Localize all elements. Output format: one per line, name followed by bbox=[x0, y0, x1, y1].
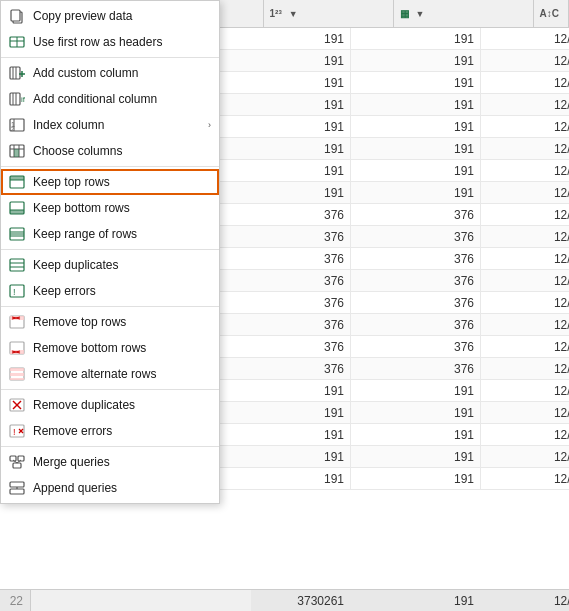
menu-item-remove-errors[interactable]: ! Remove errors bbox=[1, 418, 219, 444]
bottom-row-num: 22 bbox=[0, 590, 30, 611]
menu-item-merge-queries[interactable]: Merge queries bbox=[1, 449, 219, 475]
menu-label-use-first-row: Use first row as headers bbox=[33, 35, 211, 49]
cell-date-9: 12/30/2000 bbox=[481, 204, 569, 225]
cell-customer-4: 191 bbox=[351, 94, 481, 115]
cell-customer-20: 191 bbox=[351, 446, 481, 467]
cell-customer-21: 191 bbox=[351, 468, 481, 489]
cell-customer-1: 191 bbox=[351, 28, 481, 49]
cell-customer-6: 191 bbox=[351, 138, 481, 159]
separator-separator5 bbox=[1, 389, 219, 390]
bottom-cell-date: 12/30/2000 bbox=[481, 590, 569, 611]
cell-date-15: 12/30/2000 bbox=[481, 336, 569, 357]
cell-sale-16: 376 bbox=[251, 358, 351, 379]
col-header-invoice-date[interactable]: ▦ ▼ bbox=[394, 0, 534, 27]
menu-icon-keep-top bbox=[9, 174, 25, 190]
bottom-hidden-cell bbox=[30, 590, 31, 611]
cell-sale-21: 191 bbox=[251, 468, 351, 489]
cell-sale-14: 376 bbox=[251, 314, 351, 335]
cell-date-10: 12/30/2000 bbox=[481, 226, 569, 247]
cell-sale-17: 191 bbox=[251, 380, 351, 401]
svg-rect-47 bbox=[10, 378, 24, 380]
col-type-icon-desc: A↕C bbox=[540, 8, 559, 19]
cell-customer-9: 376 bbox=[351, 204, 481, 225]
cell-sale-6: 191 bbox=[251, 138, 351, 159]
svg-rect-61 bbox=[10, 489, 24, 494]
svg-text:!: ! bbox=[13, 427, 16, 437]
svg-text:!: ! bbox=[13, 287, 16, 297]
menu-item-index-column[interactable]: 12 Index column › bbox=[1, 112, 219, 138]
menu-label-keep-errors: Keep errors bbox=[33, 284, 211, 298]
cell-customer-19: 191 bbox=[351, 424, 481, 445]
menu-icon-remove-alt bbox=[9, 366, 25, 382]
menu-icon-col-add bbox=[9, 65, 25, 81]
menu-label-keep-range-rows: Keep range of rows bbox=[33, 227, 211, 241]
cell-sale-12: 376 bbox=[251, 270, 351, 291]
cell-sale-11: 376 bbox=[251, 248, 351, 269]
cell-date-11: 12/30/2000 bbox=[481, 248, 569, 269]
menu-icon-keep-range bbox=[9, 226, 25, 242]
menu-item-copy-preview[interactable]: Copy preview data bbox=[1, 3, 219, 29]
cell-sale-15: 376 bbox=[251, 336, 351, 357]
menu-item-keep-errors[interactable]: ! Keep errors bbox=[1, 278, 219, 304]
col-type-icon-invoice: ▦ bbox=[400, 8, 409, 19]
cell-customer-11: 376 bbox=[351, 248, 481, 269]
menu-item-keep-top-rows[interactable]: Keep top rows bbox=[1, 169, 219, 195]
menu-item-remove-alternate-rows[interactable]: Remove alternate rows bbox=[1, 361, 219, 387]
cell-customer-15: 376 bbox=[351, 336, 481, 357]
cell-sale-9: 376 bbox=[251, 204, 351, 225]
menu-item-choose-columns[interactable]: Choose columns bbox=[1, 138, 219, 164]
svg-text:2: 2 bbox=[11, 126, 14, 132]
cell-sale-7: 191 bbox=[251, 160, 351, 181]
menu-icon-keep-dup bbox=[9, 257, 25, 273]
menu-item-keep-range-rows[interactable]: Keep range of rows bbox=[1, 221, 219, 247]
menu-item-use-first-row[interactable]: Use first row as headers bbox=[1, 29, 219, 55]
cell-customer-8: 191 bbox=[351, 182, 481, 203]
cell-customer-12: 376 bbox=[351, 270, 481, 291]
menu-label-remove-top-rows: Remove top rows bbox=[33, 315, 211, 329]
cell-date-7: 12/30/2000 bbox=[481, 160, 569, 181]
svg-rect-22 bbox=[14, 149, 19, 157]
menu-item-append-queries[interactable]: Append queries bbox=[1, 475, 219, 501]
cell-customer-3: 191 bbox=[351, 72, 481, 93]
menu-icon-remove-bottom bbox=[9, 340, 25, 356]
menu-icon-merge bbox=[9, 454, 25, 470]
menu-icon-keep-err: ! bbox=[9, 283, 25, 299]
invoice-date-dropdown-btn[interactable]: ▼ bbox=[415, 9, 426, 19]
menu-item-keep-bottom-rows[interactable]: Keep bottom rows bbox=[1, 195, 219, 221]
svg-rect-45 bbox=[10, 368, 24, 371]
menu-label-remove-duplicates: Remove duplicates bbox=[33, 398, 211, 412]
menu-icon-copy bbox=[9, 8, 25, 24]
col-header-customer-key[interactable]: 1²³ ▼ bbox=[264, 0, 394, 27]
cell-customer-10: 376 bbox=[351, 226, 481, 247]
cell-customer-7: 191 bbox=[351, 160, 481, 181]
menu-icon-col-cond: if bbox=[9, 91, 25, 107]
cell-date-20: 12/30/2000 bbox=[481, 446, 569, 467]
cell-sale-1: 191 bbox=[251, 28, 351, 49]
menu-item-add-custom-col[interactable]: Add custom column bbox=[1, 60, 219, 86]
cell-date-12: 12/30/2000 bbox=[481, 270, 569, 291]
menu-item-remove-bottom-rows[interactable]: Remove bottom rows bbox=[1, 335, 219, 361]
menu-label-keep-duplicates: Keep duplicates bbox=[33, 258, 211, 272]
cell-sale-5: 191 bbox=[251, 116, 351, 137]
menu-item-remove-duplicates[interactable]: Remove duplicates bbox=[1, 392, 219, 418]
cell-date-8: 12/30/2000 bbox=[481, 182, 569, 203]
cell-date-5: 12/30/2000 bbox=[481, 116, 569, 137]
menu-item-add-conditional-col[interactable]: if Add conditional column bbox=[1, 86, 219, 112]
menu-label-merge-queries: Merge queries bbox=[33, 455, 211, 469]
cell-date-6: 12/30/2000 bbox=[481, 138, 569, 159]
menu-icon-remove-err: ! bbox=[9, 423, 25, 439]
svg-rect-30 bbox=[10, 231, 24, 237]
svg-rect-10 bbox=[10, 93, 20, 105]
svg-rect-27 bbox=[10, 210, 24, 214]
cell-customer-14: 376 bbox=[351, 314, 481, 335]
menu-icon-remove-top bbox=[9, 314, 25, 330]
customer-key-dropdown-btn[interactable]: ▼ bbox=[288, 9, 299, 19]
menu-item-remove-top-rows[interactable]: Remove top rows bbox=[1, 309, 219, 335]
menu-item-keep-duplicates[interactable]: Keep duplicates bbox=[1, 252, 219, 278]
col-header-description[interactable]: A↕C bbox=[534, 0, 569, 27]
separator-separator2 bbox=[1, 166, 219, 167]
menu-label-remove-alternate-rows: Remove alternate rows bbox=[33, 367, 211, 381]
menu-label-add-custom-col: Add custom column bbox=[33, 66, 211, 80]
cell-date-3: 12/30/2000 bbox=[481, 72, 569, 93]
cell-sale-3: 191 bbox=[251, 72, 351, 93]
